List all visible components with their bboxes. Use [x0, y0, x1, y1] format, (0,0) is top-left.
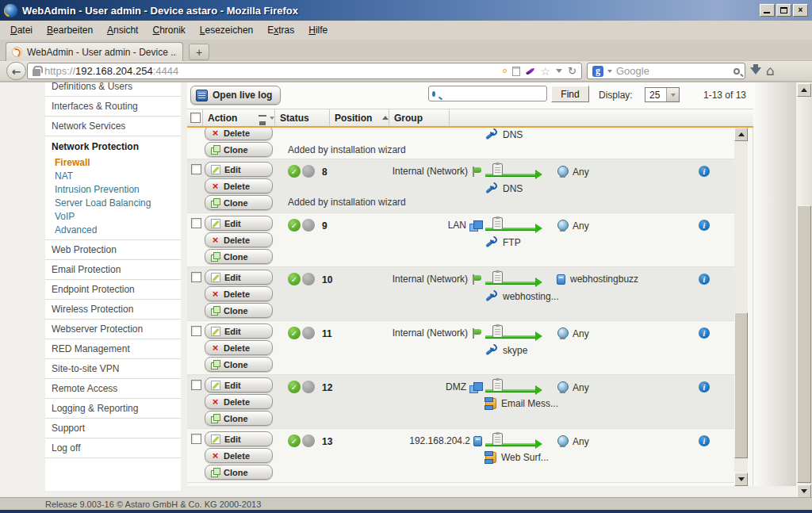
- page-scroll-down-button[interactable]: [797, 484, 811, 497]
- home-icon[interactable]: ⌂: [766, 64, 775, 78]
- sidebar-item-firewall[interactable]: Firewall: [45, 155, 181, 170]
- sidebar-item-server-load-balancing[interactable]: Server Load Balancing: [45, 197, 181, 210]
- sidebar-item-email-protection[interactable]: Email Protection: [45, 260, 181, 280]
- sidebar-item-site-to-site-vpn[interactable]: Site-to-site VPN: [45, 359, 181, 379]
- display-count-select[interactable]: 25: [645, 87, 680, 102]
- maximize-button[interactable]: [776, 4, 791, 17]
- address-bar[interactable]: https://192.168.204.254:4444 ☆ ↻: [27, 63, 582, 79]
- sidebar-item-intrusion-prevention[interactable]: Intrusion Prevention: [45, 183, 181, 197]
- sidebar-item-web-protection[interactable]: Web Protection: [45, 240, 181, 260]
- new-tab-button[interactable]: +: [189, 44, 209, 60]
- sidebar-item-network-protection[interactable]: Network Protection: [45, 136, 181, 155]
- clone-button[interactable]: Clone: [205, 142, 273, 157]
- sidebar-item-network-services[interactable]: Network Services: [45, 117, 181, 136]
- back-button[interactable]: ←: [6, 62, 26, 80]
- select-dropdown-button[interactable]: [666, 88, 679, 101]
- status-toggle[interactable]: ✓: [288, 219, 315, 232]
- row-checkbox[interactable]: [191, 326, 201, 336]
- sidebar-item-nat[interactable]: NAT: [45, 170, 181, 183]
- edit-button[interactable]: Edit: [205, 216, 273, 231]
- delete-button[interactable]: ×Delete: [205, 128, 273, 140]
- edit-button[interactable]: Edit: [205, 377, 273, 392]
- search-magnifier-icon[interactable]: [733, 68, 740, 75]
- open-live-log-button[interactable]: Open live log: [190, 86, 281, 105]
- sidebar-item-wireless-protection[interactable]: Wireless Protection: [45, 300, 181, 320]
- row-checkbox[interactable]: [191, 164, 201, 174]
- menu-ansicht[interactable]: Ansicht: [100, 22, 145, 38]
- identity-icon[interactable]: [503, 69, 507, 73]
- close-button[interactable]: ×: [793, 4, 808, 17]
- delete-button[interactable]: ×Delete: [205, 394, 273, 409]
- reload-icon[interactable]: ↻: [568, 66, 576, 76]
- page-scroll-up-button[interactable]: [797, 83, 811, 97]
- web-search-input[interactable]: [616, 65, 730, 77]
- table-scrollbar[interactable]: [734, 128, 748, 486]
- table-search-input[interactable]: [435, 88, 558, 99]
- column-header-group[interactable]: Group: [389, 109, 450, 126]
- menu-hilfe[interactable]: Hilfe: [301, 22, 335, 38]
- sidebar-item-definitions-users[interactable]: Definitions & Users: [45, 82, 181, 97]
- row-checkbox[interactable]: [191, 218, 201, 228]
- downloads-icon[interactable]: [750, 67, 761, 75]
- delete-button[interactable]: ×Delete: [205, 448, 273, 463]
- status-toggle[interactable]: ✓: [288, 381, 315, 393]
- menu-chronik[interactable]: Chronik: [145, 22, 192, 38]
- edit-button[interactable]: Edit: [205, 270, 273, 285]
- action-dropdown-icon[interactable]: [270, 117, 274, 120]
- status-toggle[interactable]: ✓: [288, 327, 315, 339]
- menu-datei[interactable]: Datei: [3, 22, 40, 38]
- sidebar-item-voip[interactable]: VoIP: [45, 210, 181, 224]
- reader-mode-icon[interactable]: [512, 67, 520, 76]
- edit-button[interactable]: Edit: [205, 431, 273, 446]
- info-icon[interactable]: i: [699, 381, 710, 392]
- table-scroll-up-button[interactable]: [734, 128, 748, 141]
- delete-button[interactable]: ×Delete: [205, 286, 273, 301]
- column-header-status[interactable]: Status: [275, 109, 330, 126]
- clone-button[interactable]: Clone: [205, 411, 273, 426]
- clone-button[interactable]: Clone: [205, 249, 273, 264]
- url-dropdown-icon[interactable]: [556, 69, 562, 73]
- column-header-action[interactable]: Action: [203, 109, 275, 126]
- info-icon[interactable]: i: [699, 274, 710, 285]
- browser-scrollbar[interactable]: [796, 83, 812, 497]
- row-checkbox[interactable]: [191, 380, 201, 390]
- status-toggle[interactable]: ✓: [288, 273, 315, 285]
- sidebar-item-interfaces-routing[interactable]: Interfaces & Routing: [45, 97, 181, 117]
- page-scrollbar-thumb[interactable]: [797, 205, 811, 483]
- edit-button[interactable]: Edit: [205, 162, 273, 177]
- quill-icon[interactable]: [526, 67, 535, 75]
- minimize-button[interactable]: [760, 4, 775, 17]
- sidebar-item-endpoint-protection[interactable]: Endpoint Protection: [45, 280, 181, 300]
- edit-button[interactable]: Edit: [205, 323, 273, 339]
- column-header-position[interactable]: Position: [330, 109, 389, 126]
- delete-button[interactable]: ×Delete: [205, 232, 273, 247]
- status-toggle[interactable]: ✓: [288, 435, 315, 447]
- search-engine-dropdown-icon[interactable]: [607, 70, 612, 73]
- table-search-box[interactable]: [428, 86, 547, 101]
- action-menu-icon[interactable]: [259, 115, 266, 121]
- sidebar-item-logging-reporting[interactable]: Logging & Reporting: [45, 399, 181, 419]
- clone-button[interactable]: Clone: [205, 465, 273, 480]
- clone-button[interactable]: Clone: [205, 195, 273, 210]
- find-button[interactable]: Find: [551, 86, 589, 102]
- search-bar[interactable]: g: [587, 63, 745, 79]
- row-checkbox[interactable]: [191, 434, 201, 444]
- menu-bearbeiten[interactable]: Bearbeiten: [40, 22, 100, 38]
- row-checkbox[interactable]: [191, 272, 201, 282]
- sidebar-item-webserver-protection[interactable]: Webserver Protection: [45, 320, 181, 339]
- sidebar-item-red-management[interactable]: RED Management: [45, 339, 181, 359]
- info-icon[interactable]: i: [699, 327, 710, 339]
- tab-webadmin[interactable]: WebAdmin - User admin - Device ...: [6, 42, 183, 61]
- status-toggle[interactable]: ✓: [288, 165, 315, 178]
- select-all-checkbox[interactable]: [190, 113, 201, 123]
- menu-lesezeichen[interactable]: Lesezeichen: [193, 22, 260, 38]
- sidebar-item-advanced[interactable]: Advanced: [45, 224, 181, 240]
- delete-button[interactable]: ×Delete: [205, 178, 273, 193]
- info-icon[interactable]: i: [699, 166, 710, 177]
- table-scrollbar-thumb[interactable]: [734, 312, 748, 458]
- bookmark-star-icon[interactable]: ☆: [541, 66, 551, 77]
- clone-button[interactable]: Clone: [205, 303, 273, 318]
- sidebar-item-log-off[interactable]: Log off: [45, 438, 181, 458]
- delete-button[interactable]: ×Delete: [205, 340, 273, 355]
- table-scroll-down-button[interactable]: [734, 473, 748, 486]
